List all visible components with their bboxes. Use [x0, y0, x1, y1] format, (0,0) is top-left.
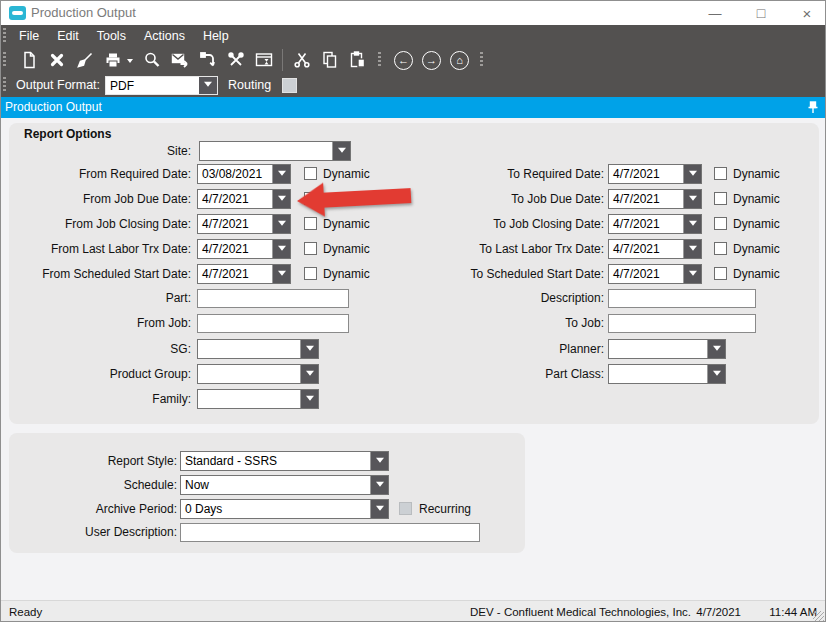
dynamic-label: Dynamic	[733, 264, 793, 284]
from-required-dynamic-checkbox[interactable]	[304, 167, 317, 180]
family-select[interactable]	[197, 389, 319, 409]
toolbar-grip[interactable]	[3, 77, 6, 93]
red-arrow-annotation	[296, 178, 414, 218]
to-job-closing-date-select[interactable]: 4/7/2021	[608, 214, 702, 234]
from-last-labor-dynamic-checkbox[interactable]	[304, 242, 317, 255]
report-style-select[interactable]: Standard - SSRS	[180, 451, 389, 471]
menu-tools[interactable]: Tools	[88, 26, 135, 46]
print-preview-icon[interactable]	[142, 51, 161, 70]
toolbar-grip[interactable]	[378, 52, 381, 68]
toolbar-grip[interactable]	[3, 28, 6, 44]
chevron-down-icon[interactable]	[332, 142, 350, 160]
chevron-down-icon[interactable]	[370, 476, 388, 494]
toolbar-grip[interactable]	[480, 52, 483, 68]
cut-scissors-icon[interactable]	[292, 51, 311, 70]
from-required-date-select[interactable]: 03/08/2021	[197, 164, 291, 184]
document-caption-bar: Production Output	[1, 97, 825, 118]
to-required-date-select[interactable]: 4/7/2021	[608, 164, 702, 184]
to-job-due-dynamic-checkbox[interactable]	[714, 192, 727, 205]
from-job-input[interactable]	[197, 314, 349, 333]
chevron-down-icon[interactable]	[683, 190, 701, 208]
menu-edit[interactable]: Edit	[48, 26, 88, 46]
chevron-down-icon[interactable]	[300, 340, 318, 358]
new-document-icon[interactable]	[19, 51, 38, 70]
output-format-select[interactable]: PDF	[105, 76, 218, 95]
description-label: Description:	[401, 289, 604, 308]
minimize-button[interactable]: —	[707, 6, 723, 21]
sg-select[interactable]	[197, 339, 319, 359]
from-last-labor-trx-date-select[interactable]: 4/7/2021	[197, 239, 291, 259]
routing-checkbox[interactable]	[282, 78, 297, 93]
status-time: 11:44 AM	[769, 606, 817, 618]
chevron-down-icon[interactable]	[272, 265, 290, 283]
from-required-date-label: From Required Date:	[9, 164, 191, 184]
back-icon[interactable]: ←	[394, 51, 413, 70]
dynamic-label: Dynamic	[733, 189, 793, 209]
to-last-labor-dynamic-checkbox[interactable]	[714, 242, 727, 255]
chevron-down-icon[interactable]	[707, 340, 725, 358]
toolbar-grip[interactable]	[3, 52, 6, 68]
to-job-input[interactable]	[608, 314, 756, 333]
part-class-select[interactable]	[608, 364, 726, 384]
part-input[interactable]	[197, 289, 349, 308]
close-button[interactable]: ×	[799, 5, 815, 22]
to-required-dynamic-checkbox[interactable]	[714, 167, 727, 180]
caption-title: Production Output	[5, 100, 102, 114]
forward-icon[interactable]: →	[422, 51, 441, 70]
routing-label: Routing	[228, 78, 271, 92]
sg-label: SG:	[9, 339, 191, 359]
resize-grip[interactable]	[813, 611, 824, 622]
from-scheduled-start-date-select[interactable]: 4/7/2021	[197, 264, 291, 284]
menu-help[interactable]: Help	[194, 26, 238, 46]
to-scheduled-start-date-select[interactable]: 4/7/2021	[608, 264, 702, 284]
print-icon[interactable]	[103, 51, 122, 70]
paste-icon[interactable]	[348, 51, 367, 70]
recurring-checkbox[interactable]	[399, 502, 412, 515]
part-class-label: Part Class:	[401, 364, 604, 384]
schedule-window-icon[interactable]	[254, 51, 273, 70]
to-last-labor-trx-date-select[interactable]: 4/7/2021	[608, 239, 702, 259]
chevron-down-icon[interactable]	[272, 165, 290, 183]
chevron-down-icon[interactable]	[707, 365, 725, 383]
home-icon[interactable]: ⌂	[450, 51, 469, 70]
chevron-down-icon[interactable]	[370, 500, 388, 518]
chevron-down-icon[interactable]	[272, 240, 290, 258]
chevron-down-icon[interactable]	[370, 452, 388, 470]
send-mail-icon[interactable]	[170, 51, 189, 70]
to-job-due-date-select[interactable]: 4/7/2021	[608, 189, 702, 209]
archive-period-select[interactable]: 0 Days	[180, 499, 389, 519]
from-scheduled-dynamic-checkbox[interactable]	[304, 267, 317, 280]
from-job-closing-dynamic-checkbox[interactable]	[304, 217, 317, 230]
schedule-select[interactable]: Now	[180, 475, 389, 495]
product-group-select[interactable]	[197, 364, 319, 384]
maximize-button[interactable]: □	[753, 5, 769, 21]
red-arrow-shaft	[322, 188, 412, 208]
user-description-input[interactable]	[180, 523, 480, 542]
chevron-down-icon[interactable]	[683, 165, 701, 183]
copy-icon[interactable]	[320, 51, 339, 70]
chevron-down-icon[interactable]	[300, 390, 318, 408]
from-job-due-date-select[interactable]: 4/7/2021	[197, 189, 291, 209]
chevron-down-icon[interactable]	[683, 265, 701, 283]
chevron-down-icon[interactable]	[272, 190, 290, 208]
to-scheduled-dynamic-checkbox[interactable]	[714, 267, 727, 280]
chevron-down-icon[interactable]	[300, 365, 318, 383]
delete-icon[interactable]	[47, 51, 66, 70]
site-label: Site:	[9, 141, 191, 161]
clear-broom-icon[interactable]	[75, 51, 94, 70]
planner-select[interactable]	[608, 339, 726, 359]
to-job-closing-dynamic-checkbox[interactable]	[714, 217, 727, 230]
description-input[interactable]	[608, 289, 756, 308]
tools-icon[interactable]	[226, 51, 245, 70]
chevron-down-icon[interactable]	[683, 240, 701, 258]
transfer-arrow-icon[interactable]	[198, 51, 217, 70]
menu-actions[interactable]: Actions	[135, 26, 194, 46]
site-select[interactable]	[199, 141, 351, 161]
print-dropdown-caret[interactable]	[127, 59, 133, 66]
pin-icon[interactable]	[807, 101, 819, 114]
menu-file[interactable]: File	[10, 26, 48, 46]
chevron-down-icon[interactable]	[683, 215, 701, 233]
chevron-down-icon[interactable]	[199, 77, 217, 94]
chevron-down-icon[interactable]	[272, 215, 290, 233]
from-job-closing-date-select[interactable]: 4/7/2021	[197, 214, 291, 234]
